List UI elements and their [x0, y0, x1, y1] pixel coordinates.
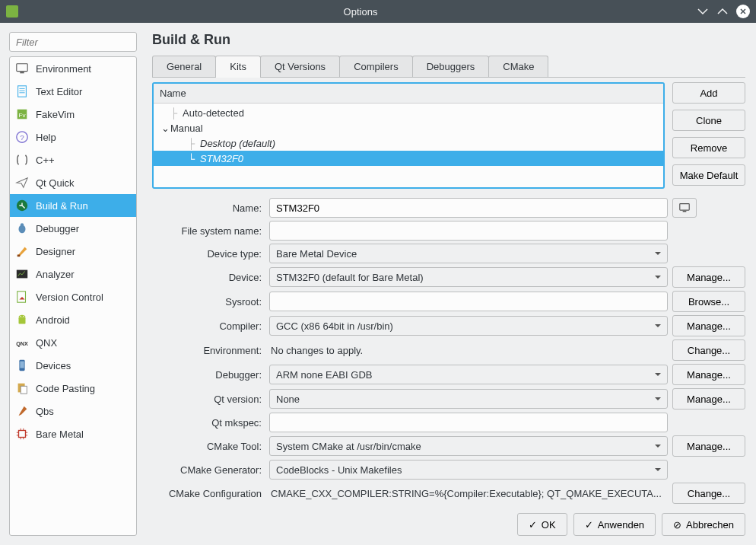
category-debugger[interactable]: Debugger	[10, 217, 136, 240]
fsname-label: File system name:	[152, 225, 265, 237]
debugger-manage-button[interactable]: Manage...	[672, 364, 745, 385]
category-label: Android	[36, 314, 70, 326]
category-label: Designer	[36, 246, 75, 257]
checkmark-icon: ✓	[529, 519, 537, 531]
close-icon[interactable]	[736, 5, 750, 18]
sysroot-input[interactable]	[269, 292, 668, 311]
category-list: Environment Text Editor FvFakeVim ?Help …	[9, 56, 137, 536]
clone-button[interactable]: Clone	[672, 110, 745, 131]
help-icon: ?	[14, 129, 30, 145]
filter-input[interactable]	[9, 32, 137, 52]
category-qbs[interactable]: Qbs	[10, 400, 136, 422]
tree-item-desktop[interactable]: ├Desktop (default)	[154, 135, 663, 151]
choose-icon-button[interactable]	[672, 198, 697, 218]
category-analyzer[interactable]: Analyzer	[10, 263, 136, 285]
category-fakevim[interactable]: FvFakeVim	[10, 103, 136, 126]
minimize-icon[interactable]	[697, 5, 709, 18]
compiler-manage-button[interactable]: Manage...	[672, 315, 745, 336]
category-build-run[interactable]: Build & Run	[10, 194, 136, 217]
env-change-button[interactable]: Change...	[672, 339, 745, 361]
svg-text:?: ?	[20, 133, 24, 142]
svg-point-17	[20, 316, 21, 317]
window-title: Options	[24, 6, 697, 18]
svg-rect-15	[17, 292, 26, 302]
category-code-pasting[interactable]: Code Pasting	[10, 377, 136, 400]
fsname-input[interactable]	[269, 221, 668, 241]
bug-icon	[14, 221, 30, 236]
svg-rect-24	[19, 431, 26, 438]
tab-compilers[interactable]: Compilers	[339, 56, 413, 77]
window-titlebar: Options	[0, 0, 756, 23]
category-label: Build & Run	[36, 200, 88, 212]
category-bare-metal[interactable]: Bare Metal	[10, 422, 136, 445]
tab-cmake[interactable]: CMake	[488, 56, 548, 77]
tree-group-auto[interactable]: ├Auto-detected	[154, 105, 663, 120]
debugger-select[interactable]: ARM none EABI GDB	[269, 365, 668, 384]
wrench-icon	[14, 403, 30, 419]
ok-button[interactable]: ✓OK	[517, 513, 567, 536]
category-label: C++	[36, 155, 55, 166]
tab-qt-versions[interactable]: Qt Versions	[260, 56, 340, 77]
cancel-icon: ⊘	[673, 519, 681, 531]
svg-rect-33	[680, 204, 689, 211]
make-default-button[interactable]: Make Default	[672, 164, 745, 186]
apply-button[interactable]: ✓Anwenden	[573, 513, 656, 536]
cmaketool-label: CMake Tool:	[152, 441, 265, 452]
name-input[interactable]	[269, 198, 668, 218]
category-label: Text Editor	[36, 86, 82, 97]
svg-rect-34	[683, 211, 687, 212]
devtype-select[interactable]: Bare Metal Device	[269, 244, 668, 263]
tab-debuggers[interactable]: Debuggers	[412, 56, 490, 77]
category-label: Version Control	[36, 292, 103, 303]
category-label: Devices	[36, 360, 71, 371]
category-label: Debugger	[36, 223, 79, 234]
cmaketool-manage-button[interactable]: Manage...	[672, 435, 745, 457]
add-button[interactable]: Add	[672, 82, 745, 104]
qnx-icon: QNX	[14, 335, 30, 350]
brush-icon	[14, 244, 30, 259]
mkspec-input[interactable]	[269, 413, 668, 432]
category-cpp[interactable]: C++	[10, 148, 136, 171]
chevron-down-icon[interactable]: ⌄	[160, 123, 170, 134]
document-icon	[14, 84, 30, 99]
device-manage-button[interactable]: Manage...	[672, 266, 745, 288]
category-help[interactable]: ?Help	[10, 126, 136, 148]
category-qnx[interactable]: QNXQNX	[10, 331, 136, 354]
category-version-control[interactable]: Version Control	[10, 285, 136, 308]
category-environment[interactable]: Environment	[10, 57, 136, 80]
cancel-button[interactable]: ⊘Abbrechen	[662, 513, 745, 536]
checkmark-icon: ✓	[585, 519, 593, 531]
category-qt-quick[interactable]: Qt Quick	[10, 171, 136, 194]
maximize-icon[interactable]	[716, 5, 729, 18]
remove-button[interactable]: Remove	[672, 137, 745, 158]
category-devices[interactable]: Devices	[10, 354, 136, 377]
category-android[interactable]: Android	[10, 308, 136, 331]
cmakegen-select[interactable]: CodeBlocks - Unix Makefiles	[269, 460, 668, 480]
app-icon	[6, 5, 18, 18]
tree-group-manual[interactable]: ⌄Manual	[154, 120, 663, 135]
category-text-editor[interactable]: Text Editor	[10, 80, 136, 103]
tree-item-stm32f0[interactable]: └STM32F0	[154, 151, 663, 166]
cmaketool-select[interactable]: System CMake at /usr/bin/cmake	[269, 436, 668, 456]
sysroot-browse-button[interactable]: Browse...	[672, 291, 745, 312]
kits-tree[interactable]: Name ├Auto-detected ⌄Manual ├Desktop (de…	[152, 82, 665, 189]
svg-rect-0	[17, 64, 27, 72]
sysroot-label: Sysroot:	[152, 296, 265, 308]
compiler-select[interactable]: GCC (x86 64bit in /usr/bin)	[269, 316, 668, 336]
qtver-select[interactable]: None	[269, 389, 668, 409]
svg-point-18	[23, 316, 24, 317]
category-designer[interactable]: Designer	[10, 240, 136, 263]
env-value: No changes to apply.	[269, 340, 668, 360]
cmakecfg-change-button[interactable]: Change...	[672, 483, 745, 504]
device-select[interactable]: STM32F0 (default for Bare Metal)	[269, 267, 668, 287]
qtver-manage-button[interactable]: Manage...	[672, 388, 745, 410]
category-label: Qt Quick	[36, 177, 75, 189]
vcs-icon	[14, 289, 30, 304]
tree-header: Name	[154, 84, 663, 104]
cmakecfg-label: CMake Configuration	[152, 488, 265, 499]
tab-general[interactable]: General	[152, 56, 216, 77]
tab-kits[interactable]: Kits	[215, 56, 261, 77]
device-label: Device:	[152, 272, 265, 283]
svg-point-12	[21, 223, 24, 227]
svg-rect-1	[20, 72, 24, 74]
